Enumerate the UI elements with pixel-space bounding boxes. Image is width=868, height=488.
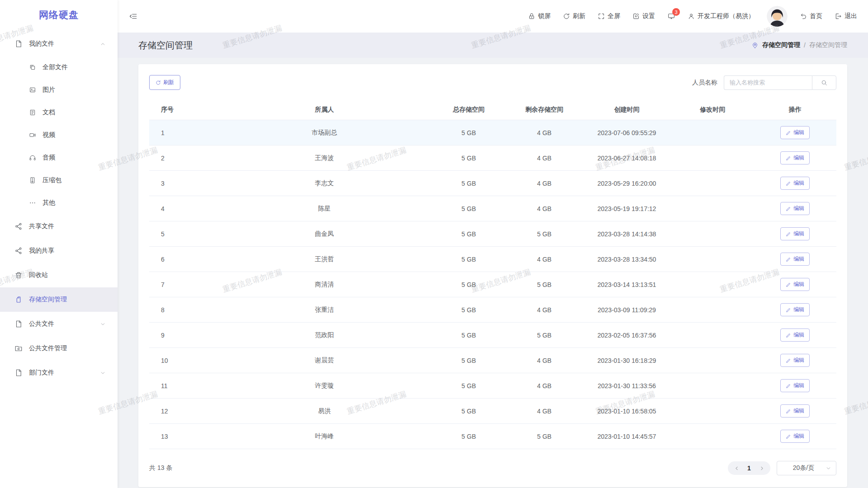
chevron-left-icon bbox=[734, 465, 740, 471]
sidebar-item-label: 音频 bbox=[42, 154, 55, 162]
document-icon bbox=[29, 109, 36, 116]
sidebar-item-recycle-bin[interactable]: 回收站 bbox=[0, 263, 118, 287]
table-row: 10 谢晨芸 5 GB 4 GB 2023-01-30 16:18:29 编辑 bbox=[149, 348, 836, 373]
lock-screen-label: 锁屏 bbox=[538, 12, 551, 20]
cell-index: 13 bbox=[149, 424, 218, 449]
sidebar-item-docs[interactable]: 文档 bbox=[0, 101, 118, 124]
sidebar-item-label: 我的文件 bbox=[29, 40, 54, 48]
sidebar-item-public-files[interactable]: 公共文件 bbox=[0, 312, 118, 336]
sidebar: 网络硬盘 我的文件 全部文件 图片 文档 视频 bbox=[0, 0, 118, 488]
avatar[interactable] bbox=[767, 6, 788, 27]
current-page[interactable]: 1 bbox=[743, 465, 755, 472]
cell-actions: 编辑 bbox=[754, 221, 836, 247]
breadcrumb-separator: / bbox=[804, 42, 806, 49]
edit-label: 编辑 bbox=[793, 255, 804, 263]
edit-button[interactable]: 编辑 bbox=[780, 430, 810, 443]
cell-owner: 王海波 bbox=[218, 145, 431, 171]
refresh-button-topbar[interactable]: 刷新 bbox=[563, 12, 585, 20]
notifications-button[interactable]: 3 bbox=[667, 12, 675, 20]
edit-button[interactable]: 编辑 bbox=[780, 227, 810, 240]
chevron-down-icon bbox=[100, 370, 106, 376]
edit-button[interactable]: 编辑 bbox=[780, 253, 810, 266]
refresh-table-button[interactable]: 刷新 bbox=[149, 75, 180, 90]
sidebar-item-label: 文档 bbox=[42, 108, 55, 117]
sidebar-item-others[interactable]: 其他 bbox=[0, 192, 118, 214]
edit-button[interactable]: 编辑 bbox=[780, 278, 810, 291]
search-button[interactable] bbox=[812, 75, 836, 90]
cell-remaining: 5 GB bbox=[506, 424, 582, 449]
cell-total: 5 GB bbox=[431, 196, 506, 221]
edit-button[interactable]: 编辑 bbox=[780, 177, 810, 190]
pencil-icon bbox=[786, 282, 791, 287]
sidebar-item-label: 公共文件 bbox=[29, 320, 54, 328]
cell-created: 2023-05-19 19:17:12 bbox=[582, 196, 672, 221]
edit-label: 编辑 bbox=[793, 154, 804, 162]
home-button[interactable]: 首页 bbox=[800, 12, 822, 20]
page-header: 存储空间管理 存储空间管理 / 存储空间管理 bbox=[118, 33, 868, 58]
cell-modified bbox=[671, 297, 754, 323]
search-group: 人员名称 bbox=[692, 75, 836, 90]
search-input[interactable] bbox=[724, 75, 812, 90]
table-row: 4 陈星 5 GB 4 GB 2023-05-19 19:17:12 编辑 bbox=[149, 196, 836, 221]
sidebar-item-all-files[interactable]: 全部文件 bbox=[0, 56, 118, 79]
cell-index: 2 bbox=[149, 145, 218, 171]
sidebar-item-images[interactable]: 图片 bbox=[0, 79, 118, 101]
col-header-owner: 所属人 bbox=[218, 100, 431, 120]
edit-button[interactable]: 编辑 bbox=[780, 202, 810, 215]
edit-label: 编辑 bbox=[793, 179, 804, 187]
lock-screen-button[interactable]: 锁屏 bbox=[528, 12, 551, 20]
sidebar-item-label: 共享文件 bbox=[29, 222, 54, 230]
logout-button[interactable]: 退出 bbox=[835, 12, 857, 20]
edit-button[interactable]: 编辑 bbox=[780, 328, 810, 342]
edit-button[interactable]: 编辑 bbox=[780, 126, 810, 139]
sidebar-item-label: 部门文件 bbox=[29, 369, 54, 377]
table-header-row: 序号 所属人 总存储空间 剩余存储空间 创建时间 修改时间 操作 bbox=[149, 100, 836, 120]
cell-actions: 编辑 bbox=[754, 247, 836, 272]
edit-button[interactable]: 编辑 bbox=[780, 354, 810, 367]
col-header-modified: 修改时间 bbox=[671, 100, 754, 120]
sidebar-item-label: 回收站 bbox=[29, 271, 48, 279]
sidebar-item-my-shares[interactable]: 我的共享 bbox=[0, 239, 118, 263]
cell-created: 2023-01-30 16:18:29 bbox=[582, 348, 672, 373]
user-menu[interactable]: 开发工程师（易洪） bbox=[688, 12, 755, 20]
trash-icon bbox=[14, 271, 23, 279]
edit-button[interactable]: 编辑 bbox=[780, 379, 810, 392]
prev-page-button[interactable] bbox=[730, 461, 743, 475]
edit-label: 编辑 bbox=[793, 129, 804, 136]
cell-total: 5 GB bbox=[431, 348, 506, 373]
sidebar-item-public-files-mgmt[interactable]: 公共文件管理 bbox=[0, 336, 118, 361]
sidebar-item-shared-files[interactable]: 共享文件 bbox=[0, 214, 118, 239]
cell-index: 1 bbox=[149, 120, 218, 145]
edit-button[interactable]: 编辑 bbox=[780, 151, 810, 164]
sidebar-item-dept-files[interactable]: 部门文件 bbox=[0, 361, 118, 385]
sidebar-item-audio[interactable]: 音频 bbox=[0, 146, 118, 169]
breadcrumb-root[interactable]: 存储空间管理 bbox=[762, 41, 800, 49]
sidebar-collapse-button[interactable] bbox=[129, 12, 137, 20]
next-page-button[interactable] bbox=[755, 461, 769, 475]
sidebar-item-storage-mgmt[interactable]: 存储空间管理 bbox=[0, 287, 118, 312]
sidebar-item-videos[interactable]: 视频 bbox=[0, 124, 118, 146]
cell-actions: 编辑 bbox=[754, 373, 836, 399]
edit-button[interactable]: 编辑 bbox=[780, 303, 810, 316]
cell-modified bbox=[671, 373, 754, 399]
fold-menu-icon bbox=[129, 12, 137, 20]
cell-actions: 编辑 bbox=[754, 424, 836, 449]
sidebar-item-label: 图片 bbox=[42, 86, 55, 94]
cell-actions: 编辑 bbox=[754, 323, 836, 348]
cell-modified bbox=[671, 399, 754, 424]
sidebar-item-my-files[interactable]: 我的文件 bbox=[0, 32, 118, 56]
sidebar-item-archives[interactable]: 压缩包 bbox=[0, 169, 118, 192]
table-row: 8 张重洁 5 GB 4 GB 2023-03-09 11:09:29 编辑 bbox=[149, 297, 836, 323]
edit-label: 编辑 bbox=[793, 382, 804, 389]
settings-button[interactable]: 设置 bbox=[632, 12, 655, 20]
cell-index: 4 bbox=[149, 196, 218, 221]
cell-actions: 编辑 bbox=[754, 171, 836, 196]
cell-remaining: 5 GB bbox=[506, 323, 582, 348]
cell-created: 2023-03-28 14:14:38 bbox=[582, 221, 672, 247]
page-size-select[interactable]: 20条/页 bbox=[777, 461, 836, 475]
col-header-created: 创建时间 bbox=[582, 100, 672, 120]
fullscreen-button[interactable]: 全屏 bbox=[598, 12, 620, 20]
cell-modified bbox=[671, 247, 754, 272]
cell-actions: 编辑 bbox=[754, 272, 836, 297]
edit-button[interactable]: 编辑 bbox=[780, 404, 810, 418]
